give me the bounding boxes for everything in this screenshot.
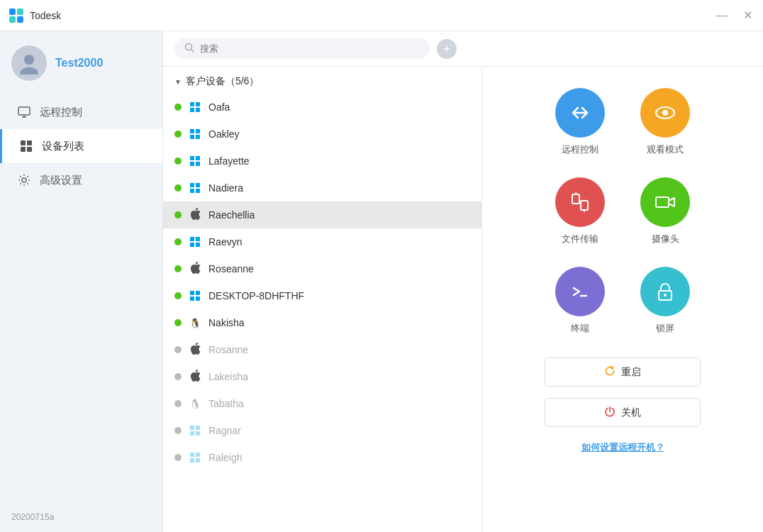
list-item[interactable]: 🐧 Tabatha <box>163 390 481 417</box>
svg-rect-11 <box>21 147 26 152</box>
apple-icon <box>189 262 201 275</box>
list-item[interactable]: Oafa <box>163 94 481 121</box>
terminal-label: 终端 <box>571 322 589 335</box>
status-online-dot <box>174 292 182 299</box>
grid-icon <box>19 139 33 153</box>
action-remote-control[interactable]: 远程控制 <box>555 88 605 156</box>
status-online-dot <box>174 211 182 218</box>
windows-icon <box>189 451 201 464</box>
svg-rect-20 <box>656 197 669 207</box>
list-item[interactable]: Roseanne <box>163 255 481 282</box>
titlebar: Todesk — ✕ <box>0 0 763 31</box>
restart-button[interactable]: 重启 <box>545 358 701 387</box>
sidebar-item-remote-control[interactable]: 远程控制 <box>0 95 162 129</box>
device-name: Nakisha <box>208 317 245 328</box>
status-online-dot <box>174 104 182 111</box>
apple-icon <box>189 343 201 356</box>
device-list-section: ▼ 客户设备（5/6） Oafa Oakley <box>163 67 482 532</box>
action-file-transfer[interactable]: 文件传输 <box>555 177 605 245</box>
close-button[interactable]: ✕ <box>740 10 754 21</box>
device-name: Oakley <box>208 128 240 140</box>
device-name: Tabatha <box>208 398 244 409</box>
remote-control-label: 远程控制 <box>562 143 598 156</box>
list-item[interactable]: Rosanne <box>163 336 481 363</box>
action-grid: 远程控制 观看模式 <box>555 88 690 335</box>
sidebar: Test2000 远程控制 <box>0 31 163 532</box>
restart-label: 重启 <box>621 366 641 379</box>
svg-line-15 <box>191 50 194 52</box>
add-button[interactable]: + <box>437 39 457 59</box>
minimize-button[interactable]: — <box>715 10 729 21</box>
windows-icon <box>189 182 201 194</box>
apple-icon <box>189 370 201 383</box>
watch-mode-label: 观看模式 <box>647 143 684 156</box>
gear-icon <box>17 173 31 187</box>
action-watch-mode[interactable]: 观看模式 <box>640 88 690 156</box>
action-terminal[interactable]: 终端 <box>555 267 605 335</box>
file-transfer-label: 文件传输 <box>562 233 598 245</box>
titlebar-left: Todesk <box>9 8 61 23</box>
action-camera[interactable]: 摄像头 <box>640 177 690 245</box>
main-layout: Test2000 远程控制 <box>0 31 763 532</box>
sidebar-item-advanced-label: 高级设置 <box>40 174 82 187</box>
device-name: DESKTOP-8DHFTHF <box>208 290 304 301</box>
device-name: Oafa <box>208 101 230 113</box>
sidebar-footer: 20200715a <box>0 502 162 532</box>
svg-point-4 <box>24 55 34 65</box>
list-item[interactable]: Ragnar <box>163 417 481 444</box>
status-online-dot <box>174 157 182 165</box>
action-lock-screen[interactable]: 锁屏 <box>640 267 690 335</box>
svg-rect-9 <box>21 140 26 145</box>
device-name: Raleigh <box>208 452 242 463</box>
monitor-icon <box>17 105 31 119</box>
group-header: ▼ 客户设备（5/6） <box>163 67 481 94</box>
avatar <box>11 45 47 81</box>
search-input-wrap[interactable] <box>174 38 430 59</box>
user-section: Test2000 <box>0 31 162 95</box>
linux-icon: 🐧 <box>189 316 201 329</box>
shutdown-button[interactable]: 关机 <box>545 398 701 427</box>
device-name: Raevyn <box>208 236 242 248</box>
linux-icon: 🐧 <box>189 397 201 410</box>
sidebar-item-remote-control-label: 远程控制 <box>40 106 82 119</box>
sidebar-item-device-list-label: 设备列表 <box>42 140 84 153</box>
watch-mode-icon <box>640 88 690 138</box>
svg-point-17 <box>662 110 668 116</box>
device-name: Lafayette <box>208 155 250 167</box>
list-item[interactable]: Nadiera <box>163 174 481 201</box>
apple-icon <box>189 209 201 221</box>
remote-boot-link[interactable]: 如何设置远程开机？ <box>581 441 664 454</box>
svg-rect-18 <box>572 194 579 204</box>
device-name: Roseanne <box>208 263 254 275</box>
file-transfer-icon <box>555 177 605 227</box>
list-item[interactable]: Oakley <box>163 121 481 148</box>
titlebar-controls: — ✕ <box>715 10 754 21</box>
sidebar-item-advanced[interactable]: 高级设置 <box>0 163 162 197</box>
list-item[interactable]: Raleigh <box>163 444 481 471</box>
list-item[interactable]: Raechellia <box>163 201 481 228</box>
list-item[interactable]: Lakeisha <box>163 363 481 390</box>
list-item[interactable]: DESKTOP-8DHFTHF <box>163 282 481 309</box>
terminal-icon <box>555 267 605 316</box>
svg-point-5 <box>20 67 38 74</box>
sidebar-item-device-list[interactable]: 设备列表 <box>0 129 162 163</box>
search-input[interactable] <box>200 43 420 54</box>
username-label: Test2000 <box>55 57 103 70</box>
search-icon <box>184 43 194 55</box>
list-item[interactable]: Raevyn <box>163 228 481 255</box>
shutdown-label: 关机 <box>621 406 641 419</box>
lock-screen-label: 锁屏 <box>656 322 674 335</box>
status-online-dot <box>174 131 182 138</box>
lock-screen-icon <box>640 267 690 316</box>
device-name: Ragnar <box>208 425 241 436</box>
footer-id: 20200715a <box>11 512 54 522</box>
windows-icon <box>189 101 201 113</box>
status-offline-dot <box>174 400 182 407</box>
avatar-icon <box>18 52 40 74</box>
svg-rect-12 <box>27 147 32 152</box>
camera-label: 摄像头 <box>652 233 679 245</box>
list-item[interactable]: Lafayette <box>163 148 481 174</box>
list-item[interactable]: 🐧 Nakisha <box>163 309 481 336</box>
camera-icon <box>640 177 690 227</box>
svg-rect-19 <box>581 201 588 210</box>
